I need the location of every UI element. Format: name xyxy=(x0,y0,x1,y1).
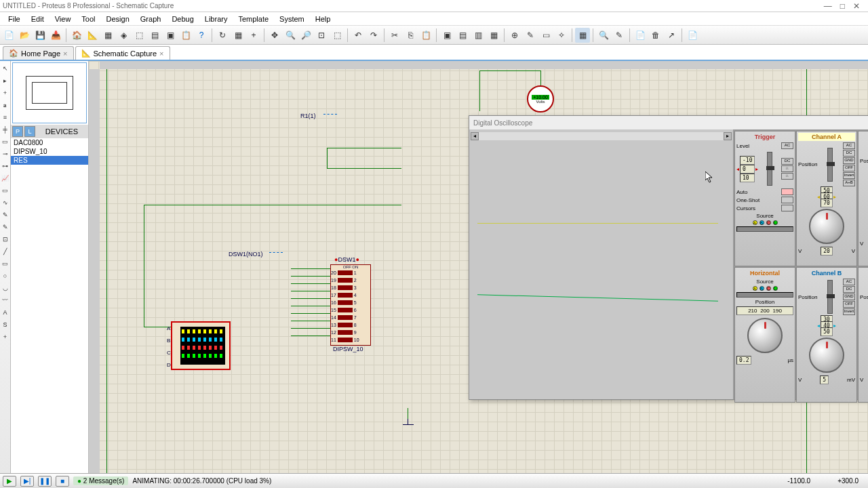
menu-design[interactable]: Design xyxy=(101,14,135,24)
symbol-icon[interactable]: S xyxy=(1,320,10,329)
scroll-right-icon[interactable]: ▸ xyxy=(724,132,732,140)
junction-icon[interactable]: + xyxy=(1,88,10,98)
schematic-canvas[interactable]: +10.00 Volts R1(1) DSW1(NO1) A B C D xyxy=(89,61,868,473)
path-icon[interactable]: 〰 xyxy=(1,296,10,305)
horiz-source[interactable]: A B C D xyxy=(736,286,793,291)
zoomall-icon[interactable]: ⊡ xyxy=(314,28,329,43)
save-icon[interactable]: 💾 xyxy=(33,28,47,43)
menu-edit[interactable]: Edit xyxy=(26,14,50,24)
ground-symbol[interactable] xyxy=(401,419,415,432)
horiz-knob[interactable] xyxy=(747,318,783,353)
home-icon[interactable]: 🏠 xyxy=(69,28,84,43)
make-icon[interactable]: ✎ xyxy=(523,28,538,43)
instrument-icon[interactable]: ⊡ xyxy=(1,235,10,244)
cha-pos-slider[interactable] xyxy=(827,148,833,182)
port-c[interactable]: C xyxy=(167,350,172,355)
menu-template[interactable]: Template xyxy=(233,14,274,24)
exit-sheet-icon[interactable]: ↗ xyxy=(664,28,679,43)
pcb-icon[interactable]: ▦ xyxy=(100,28,115,43)
new-sheet-icon[interactable]: 📄 xyxy=(633,28,648,43)
scroll-left-icon[interactable]: ◂ xyxy=(471,132,479,140)
component-icon[interactable]: ▸ xyxy=(1,76,10,85)
pin-icon[interactable]: ⊶ xyxy=(1,161,10,171)
minimize-icon[interactable]: — xyxy=(824,1,832,11)
list-item[interactable]: DIPSW_10 xyxy=(11,147,88,156)
label-icon[interactable]: 𝐚 xyxy=(1,100,10,110)
bom-icon[interactable]: ▤ xyxy=(147,28,162,43)
pan-icon[interactable]: ✥ xyxy=(267,28,282,43)
text2-icon[interactable]: A xyxy=(1,308,10,317)
menu-graph[interactable]: Graph xyxy=(135,14,167,24)
pick-icon[interactable]: ⊕ xyxy=(507,28,522,43)
port-d[interactable]: D xyxy=(167,362,172,367)
code-icon[interactable]: ▣ xyxy=(163,28,178,43)
copy-icon[interactable]: ⎘ xyxy=(403,28,418,43)
arc-icon[interactable]: ◡ xyxy=(1,283,10,293)
stop-button[interactable]: ■ xyxy=(56,476,69,487)
close-icon[interactable]: × xyxy=(159,49,163,58)
oscilloscope-probe[interactable]: A B C D xyxy=(171,321,231,370)
paste-icon[interactable]: 📋 xyxy=(418,28,433,43)
delete-sheet-icon[interactable]: 🗑 xyxy=(648,28,663,43)
zoomout-icon[interactable]: 🔎 xyxy=(298,28,313,43)
pause-button[interactable]: ❚❚ xyxy=(38,476,52,487)
bus-icon[interactable]: ╪ xyxy=(1,125,10,134)
menu-library[interactable]: Library xyxy=(199,14,233,24)
circle-icon[interactable]: ○ xyxy=(1,271,10,281)
menu-help[interactable]: Help xyxy=(310,14,336,24)
scope-scrollbar[interactable]: ◂ ▸ xyxy=(471,132,732,140)
decompose-icon[interactable]: ✧ xyxy=(554,28,569,43)
schematic-icon[interactable]: 📐 xyxy=(85,28,100,43)
menu-debug[interactable]: Debug xyxy=(166,14,199,24)
cursors-toggle[interactable] xyxy=(781,205,793,211)
property-icon[interactable]: ✎ xyxy=(612,28,627,43)
maximize-icon[interactable]: □ xyxy=(840,1,845,11)
text-icon[interactable]: ≡ xyxy=(1,113,10,122)
tab-home[interactable]: 🏠 Home Page × xyxy=(3,46,74,60)
list-item[interactable]: DAC0800 xyxy=(11,138,88,147)
chb-pos-slider[interactable] xyxy=(827,280,833,314)
cha-knob[interactable] xyxy=(809,209,844,244)
package-icon[interactable]: ▭ xyxy=(538,28,553,43)
horiz-slider[interactable] xyxy=(736,292,793,298)
gerber-icon[interactable]: ⬚ xyxy=(132,28,146,43)
dc-button[interactable]: DC xyxy=(781,158,793,165)
toggle-wire-icon[interactable]: ▦ xyxy=(575,28,590,43)
grid-icon[interactable]: ▦ xyxy=(231,28,245,43)
graph-icon[interactable]: 📈 xyxy=(1,174,10,183)
play-button[interactable]: ▶ xyxy=(3,476,16,487)
terminal-icon[interactable]: ⊸ xyxy=(1,149,10,159)
block-move-icon[interactable]: ▤ xyxy=(455,28,470,43)
menu-system[interactable]: System xyxy=(274,14,310,24)
oscilloscope-window[interactable]: Digital Oscilloscope ◂ ▸ xyxy=(469,115,868,400)
devices-list[interactable]: DAC0800 DIPSW_10 RES xyxy=(11,138,88,473)
select-icon[interactable]: ↖ xyxy=(1,64,10,73)
generator-icon[interactable]: ∿ xyxy=(1,198,10,207)
library-button[interactable]: L xyxy=(24,126,35,137)
pick-device-button[interactable]: P xyxy=(12,126,23,137)
tab-schematic[interactable]: 📐 Schematic Capture × xyxy=(75,46,170,60)
zoomarea-icon[interactable]: ⬚ xyxy=(330,28,344,43)
search-icon[interactable]: 🔍 xyxy=(596,28,611,43)
doc-icon[interactable]: 📋 xyxy=(178,28,193,43)
tape-icon[interactable]: ▭ xyxy=(1,186,10,195)
trigger-slider[interactable] xyxy=(767,152,772,186)
net-label-r1[interactable]: R1(1) xyxy=(300,113,316,119)
block-rotate-icon[interactable]: ▥ xyxy=(471,28,486,43)
subcircuit-icon[interactable]: ▭ xyxy=(1,137,10,146)
close-icon[interactable]: ✕ xyxy=(853,1,860,11)
line-icon[interactable]: ╱ xyxy=(1,247,10,256)
messages-button[interactable]: ● 2 Message(s) xyxy=(73,476,128,485)
block-copy-icon[interactable]: ▣ xyxy=(439,28,454,43)
origin-icon[interactable]: + xyxy=(246,28,261,43)
port-a[interactable]: A xyxy=(167,325,172,331)
step-button[interactable]: ▶| xyxy=(20,476,34,487)
redo-icon[interactable]: ↷ xyxy=(366,28,381,43)
block-delete-icon[interactable]: ▦ xyxy=(486,28,501,43)
marker-icon[interactable]: + xyxy=(1,332,10,342)
port-b[interactable]: B xyxy=(167,338,172,343)
trigger-source[interactable]: A B C D xyxy=(736,220,793,225)
voltmeter[interactable]: +10.00 Volts xyxy=(527,85,554,113)
list-item[interactable]: RES xyxy=(11,156,88,165)
box-icon[interactable]: ▭ xyxy=(1,259,10,268)
